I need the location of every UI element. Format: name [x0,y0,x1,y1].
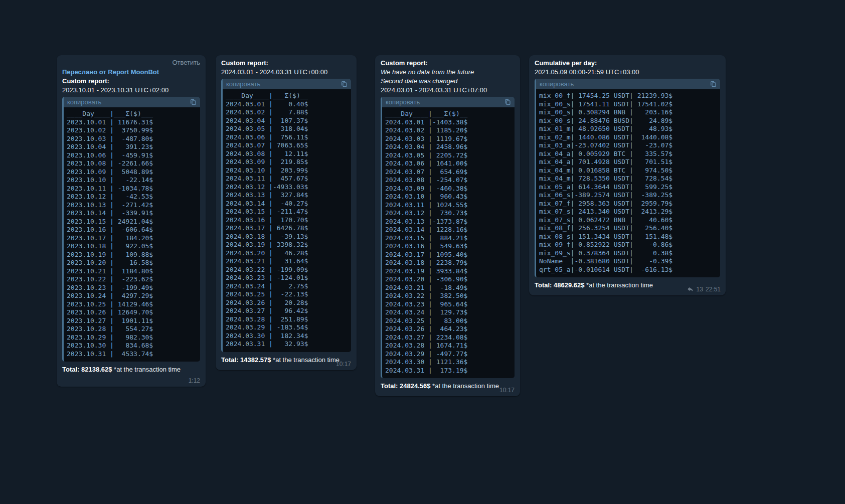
code-block: копировать ____Day____|___Σ($)___ 2023.1… [62,97,200,362]
message-time: 22:51 [706,286,721,293]
forwarded-from-link[interactable]: Переслано от Report MoonBot [62,68,200,77]
code-block: копировать ____Day____|___Σ($)__ 2024.03… [221,79,351,352]
reply-count: 13 [697,286,703,293]
chat-area: Ответить Переслано от Report MoonBot Cus… [0,0,845,504]
code-block: копировать ____Day____|___Σ($)__ 2024.03… [381,97,515,378]
copy-button[interactable]: копировать [536,79,720,89]
report-table: ____Day____|___Σ($)___ 2023.10.01 | 1167… [64,107,200,362]
total-line: Total: 82138.62$ *at the transaction tim… [62,365,200,374]
total-note: *at the transaction time [114,366,181,373]
copy-button[interactable]: копировать [223,79,351,89]
reply-arrow-icon [687,285,694,293]
report-date-range: 2024.03.01 - 2024.03.31 UTC+00:00 [221,68,351,77]
report-date-range: 2024.03.01 - 2024.03.31 UTC+07:00 [381,86,515,95]
message-bubble: Custom report: We have no data from the … [375,55,520,396]
message-meta: 13 22:51 [687,285,721,293]
copy-button[interactable]: копировать [382,97,515,107]
copy-label: копировать [67,98,101,106]
message-time: 10:17 [336,361,351,368]
copy-icon[interactable] [504,98,511,105]
copy-label: копировать [540,80,574,88]
report-title: Custom report: [221,59,351,68]
report-table: ____Day____|___Σ($)__ 2024.03.01 | 0.40$… [223,89,351,352]
report-date-range: 2023.10.01 - 2023.10.31 UTC+02:00 [62,86,200,95]
report-title: Custom report: [381,59,515,68]
message-bubble: Custom report: 2024.03.01 - 2024.03.31 U… [216,55,357,370]
total-amount: Total: 24824.56$ [381,382,430,390]
total-line: Total: 24824.56$ *at the transaction tim… [381,382,515,390]
report-note-line: We have no data from the future [381,68,515,77]
reply-action-button[interactable]: Ответить [62,59,200,67]
report-table: ____Day____|___Σ($)__ 2024.03.01 |-1403.… [382,107,515,378]
copy-label: копировать [386,98,420,106]
message-time: 1:12 [189,377,200,384]
message-bubble: Ответить Переслано от Report MoonBot Cus… [57,55,206,387]
copy-button[interactable]: копировать [64,97,200,107]
copy-label: копировать [226,80,260,88]
copy-icon[interactable] [710,80,717,87]
report-date-range: 2021.05.09 00:00-21:59 UTC+03:00 [535,68,720,77]
total-amount: Total: 48629.62$ [535,281,584,289]
total-note: *at the transaction time [273,356,340,364]
code-block: копировать mix_00_f| 17454.25 USDT| 2123… [535,79,720,277]
copy-icon[interactable] [190,98,197,105]
total-amount: Total: 82138.62$ [62,366,112,373]
report-note-line: Second date was changed [381,77,515,86]
report-table: mix_00_f| 17454.25 USDT| 21239.93$ mix_0… [536,89,720,277]
total-line: Total: 14382.57$ *at the transaction tim… [221,356,351,364]
total-amount: Total: 14382.57$ [221,356,271,364]
total-note: *at the transaction time [432,382,499,390]
copy-icon[interactable] [341,80,348,87]
report-title: Cumulative per day: [535,59,720,68]
message-bubble: Cumulative per day: 2021.05.09 00:00-21:… [529,55,726,295]
total-note: *at the transaction time [586,281,653,289]
report-title: Custom report: [62,77,200,86]
message-time: 10:17 [499,387,515,394]
